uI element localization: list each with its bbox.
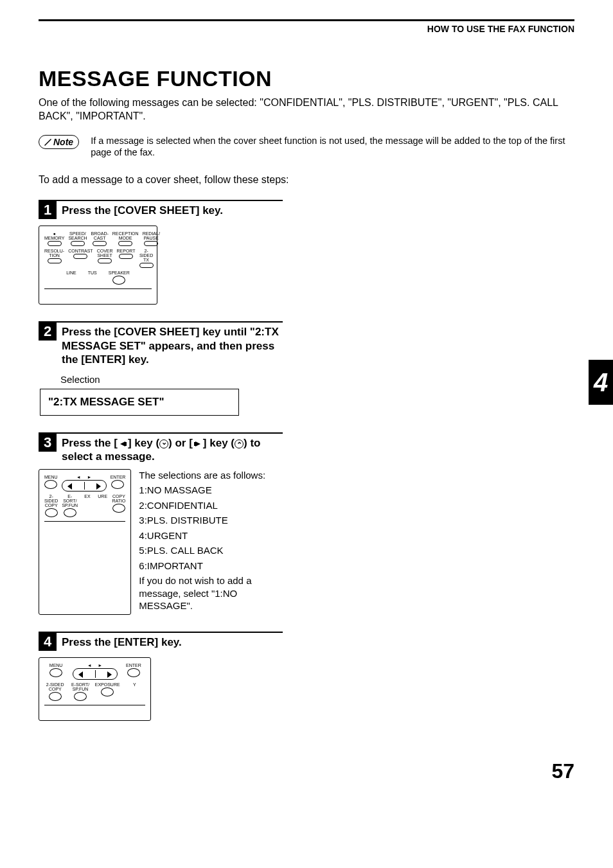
step-title: Press the [] key () or [] key () to sele…	[62, 436, 283, 464]
control-panel-illustration: MENU ◄ ► ENTER 2-SIDED COPY E-SORT/ SP.F…	[39, 469, 131, 615]
step-title: Press the [ENTER] key.	[62, 635, 182, 649]
step-title: Press the [COVER SHEET] key.	[62, 204, 223, 217]
page-heading: MESSAGE FUNCTION	[39, 66, 574, 91]
step-4: 4 Press the [ENTER] key. MENU ◄ ► ENTER …	[39, 632, 283, 721]
lead-in: To add a message to a cover sheet, follo…	[39, 174, 574, 186]
step-number: 1	[39, 201, 57, 219]
step-number: 4	[39, 633, 57, 651]
lcd-display: "2:TX MESSAGE SET"	[40, 389, 239, 416]
arrow-left-icon	[118, 440, 128, 448]
list-item: 2:CONFIDENTIAL	[139, 499, 283, 512]
selections-list: The selections are as follows: 1:NO MASS…	[139, 469, 283, 615]
control-panel-illustration: ●MEMORY SPEED/ SEARCH BROAD- CAST RECEPT…	[39, 226, 157, 305]
pencil-icon	[43, 137, 52, 146]
svg-marker-3	[195, 441, 200, 447]
note-text: If a message is selected when the cover …	[91, 135, 574, 159]
page-number: 57	[39, 759, 574, 783]
step-title: Press the [COVER SHEET] key until "2:TX …	[62, 325, 283, 366]
step-1: 1 Press the [COVER SHEET] key. ●MEMORY S…	[39, 200, 283, 305]
arrow-right-icon	[193, 440, 203, 448]
down-circle-icon	[159, 439, 168, 448]
svg-marker-0	[120, 441, 125, 447]
selection-label: Selection	[60, 374, 283, 385]
intro-text: One of the following messages can be sel…	[39, 96, 574, 123]
note-badge: Note	[39, 135, 79, 149]
header-title: HOW TO USE THE FAX FUNCTION	[39, 19, 574, 34]
control-panel-illustration: MENU ◄ ► ENTER 2-SIDED COPY E-SORT/ SP.F…	[39, 657, 151, 721]
note-label: Note	[53, 137, 73, 147]
step-2: 2 Press the [COVER SHEET] key until "2:T…	[39, 321, 283, 416]
list-item: 3:PLS. DISTRIBUTE	[139, 514, 283, 527]
step-number: 2	[39, 323, 57, 341]
step-3: 3 Press the [] key () or [] key () to se…	[39, 432, 283, 615]
up-circle-icon	[235, 439, 244, 448]
note-block: Note If a message is selected when the c…	[39, 135, 574, 159]
chapter-tab: 4	[589, 360, 613, 405]
list-item: 1:NO MASSAGE	[139, 484, 283, 497]
svg-rect-2	[194, 442, 195, 446]
list-item: 4:URGENT	[139, 529, 283, 542]
step-number: 3	[39, 434, 57, 452]
list-item: 6:IMPORTANT	[139, 560, 283, 572]
svg-rect-1	[125, 442, 127, 446]
list-item: 5:PLS. CALL BACK	[139, 544, 283, 557]
